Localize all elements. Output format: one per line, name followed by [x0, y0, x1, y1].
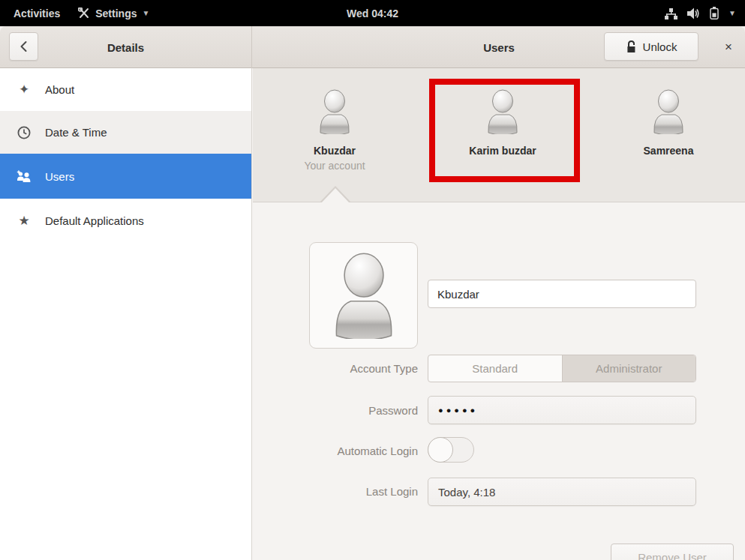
fullname-input[interactable] [428, 280, 696, 308]
switch-knob [428, 437, 453, 463]
change-avatar-button[interactable] [309, 242, 418, 349]
user-selector-strip: Kbuzdar Your account Karim buzdar Samree… [253, 68, 745, 202]
unlock-button[interactable]: Unlock [604, 32, 698, 61]
users-title: Users [483, 41, 515, 54]
battery-icon [710, 7, 719, 19]
sidebar-item-label: Date & Time [45, 126, 107, 139]
last-login-label: Last Login [253, 485, 418, 498]
header-right: Users Unlock × [253, 26, 745, 68]
system-menu-chevron-icon: ▼ [728, 9, 736, 17]
user-name: Kbuzdar [314, 145, 356, 157]
account-type-toggle: Standard Administrator [428, 355, 696, 382]
star-four-icon: ✦ [16, 82, 32, 97]
star-icon: ★ [16, 213, 32, 229]
last-login-value: Today, 4:18 [438, 486, 495, 499]
password-dots: ●●●●● [438, 406, 478, 415]
password-label: Password [253, 404, 418, 417]
chevron-left-icon [20, 40, 28, 52]
user-name: Karim buzdar [469, 145, 536, 157]
users-panel: Kbuzdar Your account Karim buzdar Samree… [253, 68, 745, 560]
user-card-kbuzdar[interactable]: Kbuzdar Your account [278, 89, 391, 172]
sidebar-item-about[interactable]: ✦ About [0, 68, 251, 111]
avatar-large [328, 252, 400, 339]
close-icon[interactable]: × [718, 37, 739, 58]
back-button[interactable] [9, 32, 38, 61]
last-login-button[interactable]: Today, 4:18 [428, 478, 696, 506]
unlock-icon [626, 40, 637, 53]
sidebar-item-date-time[interactable]: Date & Time [0, 111, 251, 154]
sidebar: ✦ About Date & Time [0, 68, 252, 560]
account-type-administrator[interactable]: Administrator [562, 355, 696, 382]
sidebar-item-label: Users [45, 170, 74, 183]
password-button[interactable]: ●●●●● [428, 396, 696, 424]
settings-window: Details Users Unlock × ✦ About [0, 26, 745, 560]
users-icon [16, 170, 32, 183]
avatar [650, 89, 687, 134]
account-type-standard[interactable]: Standard [428, 355, 562, 382]
account-type-label: Account Type [253, 362, 418, 375]
selected-user-pointer [321, 188, 350, 203]
top-bar: Activities Settings ▼ Wed 04:42 [0, 0, 745, 26]
avatar [484, 89, 521, 134]
system-status-area[interactable]: ▼ [665, 0, 736, 26]
automatic-login-label: Automatic Login [253, 445, 418, 457]
user-card-karim-buzdar[interactable]: Karim buzdar [446, 89, 559, 157]
sidebar-item-label: About [45, 83, 74, 96]
user-subtitle: Your account [304, 160, 365, 172]
clock[interactable]: Wed 04:42 [0, 7, 745, 19]
clock-icon [16, 126, 32, 139]
details-title: Details [107, 41, 144, 54]
header-bar: Details Users Unlock × [0, 26, 745, 68]
network-wired-icon [665, 7, 677, 19]
volume-icon [687, 7, 700, 19]
header-left: Details [0, 26, 252, 68]
user-name: Samreena [644, 145, 694, 157]
sidebar-item-label: Default Applications [45, 214, 144, 227]
automatic-login-switch[interactable] [428, 437, 474, 463]
user-card-samreena[interactable]: Samreena [612, 89, 725, 157]
unlock-label: Unlock [643, 40, 677, 53]
avatar [316, 89, 353, 134]
sidebar-item-default-applications[interactable]: ★ Default Applications [0, 199, 251, 243]
remove-user-button[interactable]: Remove User [611, 544, 734, 560]
sidebar-item-users[interactable]: Users [0, 154, 251, 199]
